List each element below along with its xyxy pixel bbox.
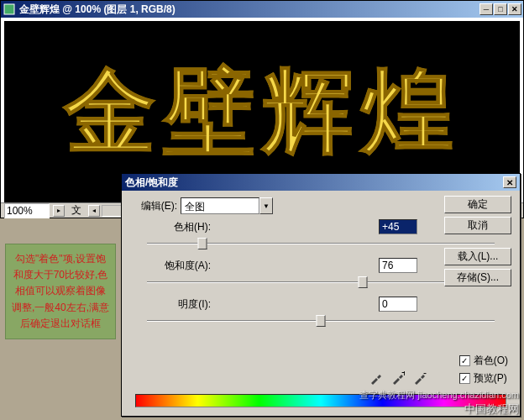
hue-slider-thumb[interactable]: [198, 238, 207, 249]
minimize-button[interactable]: ─: [479, 3, 493, 15]
zoom-field[interactable]: 100%: [4, 203, 50, 218]
colorize-label: 着色(O): [474, 354, 508, 368]
saturation-slider-thumb[interactable]: [358, 276, 367, 288]
svg-text:-: -: [423, 371, 427, 379]
lightness-slider-thumb[interactable]: [317, 315, 326, 327]
preview-checkbox[interactable]: ✓ 预览(P): [459, 371, 508, 386]
document-title: 金壁辉煌 @ 100% (图层 1, RGB/8): [19, 3, 479, 17]
document-icon: [3, 3, 16, 16]
dialog-title: 色相/饱和度: [125, 176, 503, 190]
edit-dropdown[interactable]: 全图 ▼: [181, 197, 273, 214]
hue-label: 色相(H):: [130, 220, 214, 234]
load-button[interactable]: 载入(L)...: [444, 248, 511, 265]
eyedropper-plus-icon[interactable]: +: [390, 370, 406, 386]
lightness-label: 明度(I):: [130, 297, 214, 312]
saturation-field[interactable]: 76: [379, 258, 417, 273]
svg-text:+: +: [401, 371, 405, 379]
hue-gradient-bar: [135, 394, 506, 407]
dialog-button-column: 确定 取消 载入(L)... 存储(S)...: [444, 196, 511, 286]
ok-button[interactable]: 确定: [444, 196, 511, 213]
edit-dropdown-value: 全图: [181, 197, 259, 214]
edit-label: 编辑(E):: [130, 199, 181, 213]
maximize-button[interactable]: □: [494, 3, 507, 15]
lightness-slider[interactable]: [147, 313, 495, 328]
hue-field[interactable]: +45: [379, 219, 417, 234]
colorize-checkbox[interactable]: ✓ 着色(O): [459, 354, 508, 368]
dialog-body: 编辑(E): 全图 ▼ 色相(H): +45 饱和度(A): 76 明度(I):: [122, 191, 520, 416]
hue-saturation-dialog: 色相/饱和度 ✕ 编辑(E): 全图 ▼ 色相(H): +45 饱和度(A): …: [121, 173, 521, 417]
preview-label: 预览(P): [474, 371, 507, 386]
eyedropper-minus-icon[interactable]: -: [412, 370, 427, 386]
checkbox-icon: ✓: [459, 355, 470, 366]
eyedropper-group: + -: [369, 370, 427, 386]
checkbox-icon: ✓: [459, 373, 470, 384]
svg-rect-0: [4, 4, 14, 14]
hue-slider[interactable]: [147, 236, 495, 251]
zoom-arrow-icon[interactable]: ▸: [53, 205, 65, 217]
checkbox-group: ✓ 着色(O) ✓ 预览(P): [459, 354, 508, 386]
cancel-button[interactable]: 取消: [444, 217, 511, 234]
annotation-box: 勾选"着色"项,设置饱和度大于70比较好,色相值可以观察着图像调整,一般40左右…: [5, 244, 116, 339]
saturation-slider[interactable]: [147, 275, 495, 290]
scroll-left-icon[interactable]: ◂: [88, 205, 100, 217]
close-button[interactable]: ✕: [508, 3, 521, 15]
status-text: 文: [71, 203, 81, 218]
dialog-titlebar[interactable]: 色相/饱和度 ✕: [122, 174, 520, 191]
saturation-label: 饱和度(A):: [130, 259, 214, 273]
gold-text-effect: 金壁辉煌: [64, 50, 460, 175]
document-titlebar[interactable]: 金壁辉煌 @ 100% (图层 1, RGB/8) ─ □ ✕: [1, 1, 523, 18]
window-controls: ─ □ ✕: [479, 3, 521, 15]
save-button[interactable]: 存储(S)...: [444, 269, 511, 286]
eyedropper-icon[interactable]: [369, 370, 384, 386]
lightness-field[interactable]: 0: [379, 297, 417, 312]
chevron-down-icon[interactable]: ▼: [259, 197, 273, 214]
dialog-close-button[interactable]: ✕: [503, 176, 516, 188]
